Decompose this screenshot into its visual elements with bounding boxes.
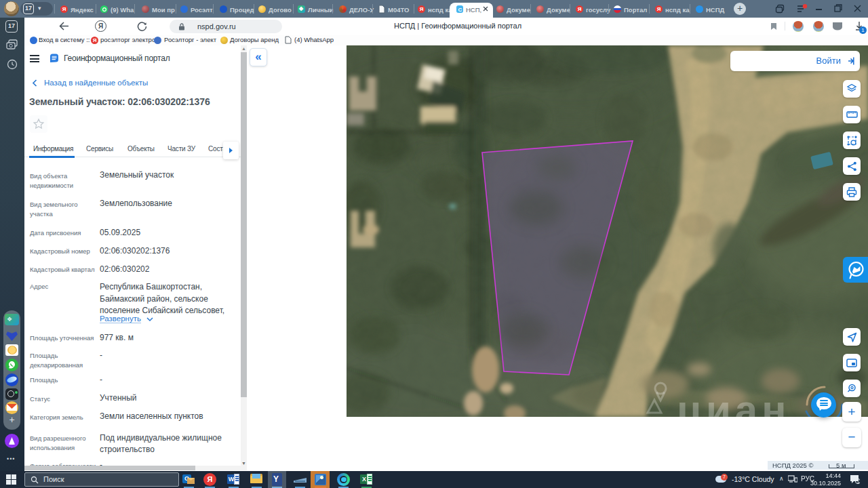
svg-text:1: 1: [857, 479, 860, 484]
svg-text:циан: циан: [677, 387, 790, 417]
